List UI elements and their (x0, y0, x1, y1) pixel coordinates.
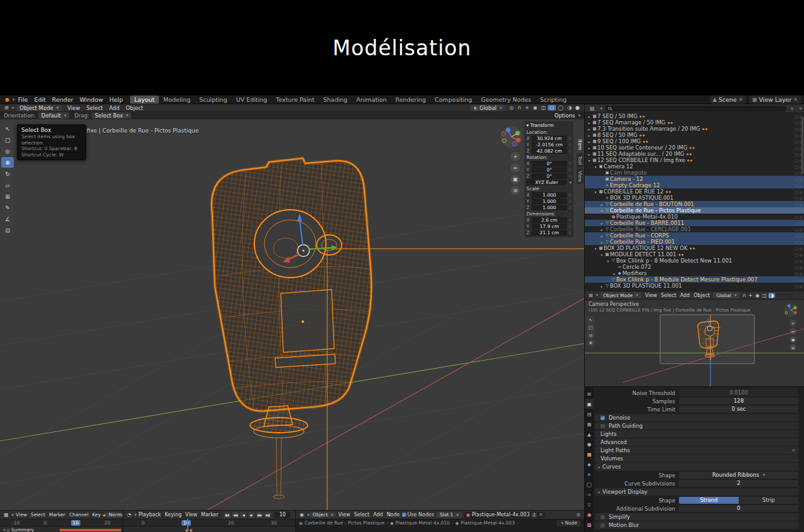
motion-blur-panel-header[interactable]: Motion Blur (595, 521, 798, 529)
lock-icon[interactable] (568, 162, 572, 165)
menu-item[interactable]: Edit (31, 96, 48, 103)
expand-arrow-icon[interactable]: ▸ (587, 152, 592, 156)
play-button[interactable]: ▶ (248, 512, 255, 518)
path-guiding-panel-header[interactable]: Path Guiding (595, 422, 798, 430)
xray-toggle-icon[interactable]: ◫ (540, 105, 548, 111)
simplify-panel-header[interactable]: Simplify (595, 513, 798, 521)
simplify-checkbox[interactable] (600, 515, 605, 519)
add-cube-tool[interactable]: ⊡ (1, 225, 14, 236)
viewport-display-panel-header[interactable]: ▾ Viewport Display (595, 488, 798, 496)
screen-visibility-icon[interactable]: ▢ (795, 196, 798, 200)
outliner-row[interactable]: ▸ ◆ Modifiers ◆◆ ▢ ◎ (585, 270, 804, 276)
pan-hand-icon[interactable]: ⇔ (511, 163, 520, 173)
lock-icon[interactable] (568, 175, 572, 178)
expand-arrow-icon[interactable]: ▸ (587, 121, 592, 125)
render-visibility-icon[interactable]: ◎ (800, 234, 803, 238)
snap-magnet-icon[interactable]: ∩ (516, 105, 523, 111)
lock-icon[interactable] (568, 225, 572, 228)
ortho-grid-icon[interactable]: ⊞ (511, 186, 520, 195)
world-tab[interactable]: ● (585, 439, 594, 449)
render-visibility-icon[interactable]: ◎ (800, 246, 803, 251)
workspace-tab[interactable]: Compositing (430, 95, 477, 104)
rotation-field[interactable]: 0° (531, 173, 567, 179)
workspace-tab[interactable]: UV Editing (232, 95, 272, 104)
orientation-dropdown[interactable]: Global ▾ (713, 292, 739, 298)
sidebar-tab[interactable]: Item (577, 137, 584, 153)
mode-dropdown[interactable]: Object Mode ▾ (600, 292, 641, 298)
time-limit-field[interactable]: 0 sec (679, 406, 798, 413)
outliner-row[interactable]: ▾ ▣ Camera 12 ◆◆ ▢ ◎ (585, 163, 804, 170)
render-visibility-icon[interactable]: ◎ (800, 196, 803, 200)
move-tool[interactable]: ⊕ (587, 339, 595, 346)
material-tab[interactable]: ● (585, 509, 594, 519)
blender-logo-icon[interactable]: ● (3, 97, 11, 102)
overlays-toggle-icon[interactable]: ◉ (754, 293, 761, 298)
workspace-tab[interactable]: Texture Paint (271, 95, 318, 104)
editor-type-icon[interactable]: ▤ (588, 106, 597, 111)
view-layer-tab[interactable]: ▦ (585, 419, 594, 429)
next-keyframe-button[interactable]: ▶▶ (256, 512, 263, 518)
filter-icon[interactable]: ▽ (789, 106, 796, 111)
noise-threshold-field[interactable]: 0.0100 (679, 389, 798, 396)
lock-icon[interactable] (568, 206, 572, 209)
scale-field[interactable]: 1.000 (531, 205, 567, 210)
outliner-row[interactable]: ▾ ▽ Corbeille de Rue - Pictos Plastique … (585, 207, 804, 214)
scale-tool[interactable]: ▱ (1, 180, 14, 190)
outliner-row[interactable]: ▸ ▽ Corbeille Rue - CERCLAGE.001 ◆◆ ▢ ◎ (585, 226, 804, 232)
workspace-tab[interactable]: Geometry Nodes (477, 95, 536, 104)
editor-type-icon[interactable]: ⊞ (587, 293, 595, 298)
scene-tab[interactable]: ▲ (585, 429, 594, 439)
use-nodes-checkbox[interactable]: ✓ (402, 513, 406, 517)
screen-visibility-icon[interactable]: ▢ (795, 278, 798, 282)
breadcrumb-item[interactable]: ● Plastique-Metal-4x.010 › (390, 520, 454, 526)
lock-icon[interactable] (568, 168, 572, 171)
close-icon[interactable]: × (739, 97, 743, 102)
render-visibility-icon[interactable]: ◎ (800, 252, 803, 257)
transform-panel-header[interactable]: ▾ Transform (526, 122, 572, 129)
expand-arrow-icon[interactable]: ▸ (587, 127, 592, 131)
screen-visibility-icon[interactable]: ▢ (795, 121, 798, 125)
timeline-ruler[interactable]: 0102030 (123, 519, 295, 526)
expand-arrow-icon[interactable]: ▸ (599, 202, 604, 207)
expand-arrow-icon[interactable]: ▾ (593, 246, 598, 251)
jump-end-button[interactable]: ▶▮ (264, 512, 271, 518)
pin-icon[interactable]: ⊙ (574, 512, 582, 518)
path-guiding-checkbox[interactable] (600, 424, 605, 428)
breadcrumb-item[interactable]: ● Plastique-Metal-4x.003 › (455, 520, 519, 526)
scene-selector[interactable]: ▲ Scene × (710, 95, 746, 104)
expand-arrow-icon[interactable]: ▾ (599, 252, 604, 257)
screen-visibility-icon[interactable]: ▢ (795, 252, 798, 257)
outliner-row[interactable]: ▽ Box Clilink p - 8 Module Detect Mesure… (585, 276, 804, 283)
screen-visibility-icon[interactable]: ▢ (795, 271, 798, 276)
screen-visibility-icon[interactable]: ▢ (795, 221, 798, 225)
material-shading-icon[interactable]: ◑ (768, 293, 775, 298)
transform-tool[interactable]: ⊞ (1, 191, 14, 202)
menu-item[interactable]: Add (678, 293, 692, 298)
outliner-row[interactable]: + Empty Cadrage 12 ◆◆ ▢ ◎ (585, 182, 804, 188)
proportional-edit-icon[interactable]: ◎ (508, 105, 516, 111)
expand-arrow-icon[interactable]: ▸ (587, 139, 592, 144)
outliner-row[interactable]: ▸ ▽ Corbeille Rue - PIED.001 ◆◆ ▢ ◎ (585, 239, 804, 245)
render-visibility-icon[interactable]: ◎ (800, 265, 803, 269)
menu-item[interactable]: Marker (47, 512, 67, 518)
workspace-tab[interactable]: Scripting (536, 95, 571, 104)
outliner-row[interactable]: ▸ ▽ BOX 3D PLASTIQUE 11.001 ◆◆ ▢ ◎ (585, 283, 804, 289)
screen-visibility-icon[interactable]: ▢ (795, 127, 798, 131)
gizmo-toggle-icon[interactable]: + (747, 293, 754, 298)
menu-item[interactable]: Keying (163, 512, 183, 518)
screen-visibility-icon[interactable]: ▢ (795, 240, 798, 244)
render-visibility-icon[interactable]: ◎ (800, 284, 803, 288)
outliner-row[interactable]: ▸ ▦ 7.3 Transition suite Amarrage / 20 I… (585, 126, 804, 132)
gizmo-toggle-icon[interactable]: + (523, 105, 531, 111)
breadcrumb-item[interactable]: ▦ Corbeille de Rue - Pictos Plastique › (299, 520, 388, 526)
particles-tab[interactable]: ∗ (585, 469, 594, 479)
screen-visibility-icon[interactable]: ▢ (795, 133, 798, 138)
lock-icon[interactable] (568, 149, 572, 153)
lock-icon[interactable] (568, 193, 572, 197)
scale-field[interactable]: 1.000 (531, 192, 567, 198)
output-tab[interactable]: ▤ (585, 409, 594, 419)
outliner-row[interactable]: ▸ ▦ 10 SEQ sortie Conteneur / 20 IMG ◆◆ … (585, 144, 804, 151)
render-visibility-icon[interactable]: ◎ (800, 271, 803, 276)
tweak-tool[interactable]: ↖ (587, 317, 595, 323)
expand-arrow-icon[interactable]: ▸ (587, 114, 592, 119)
